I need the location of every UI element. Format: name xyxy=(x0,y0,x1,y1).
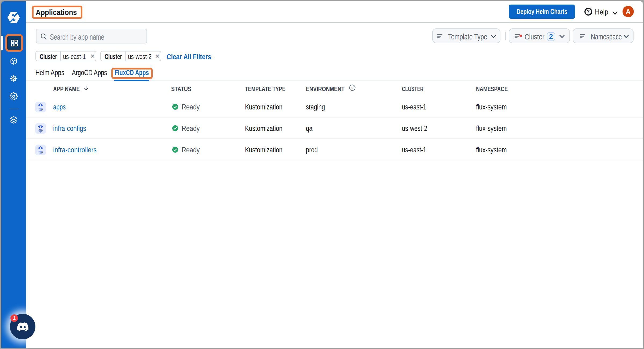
svg-text:?: ? xyxy=(351,86,353,90)
